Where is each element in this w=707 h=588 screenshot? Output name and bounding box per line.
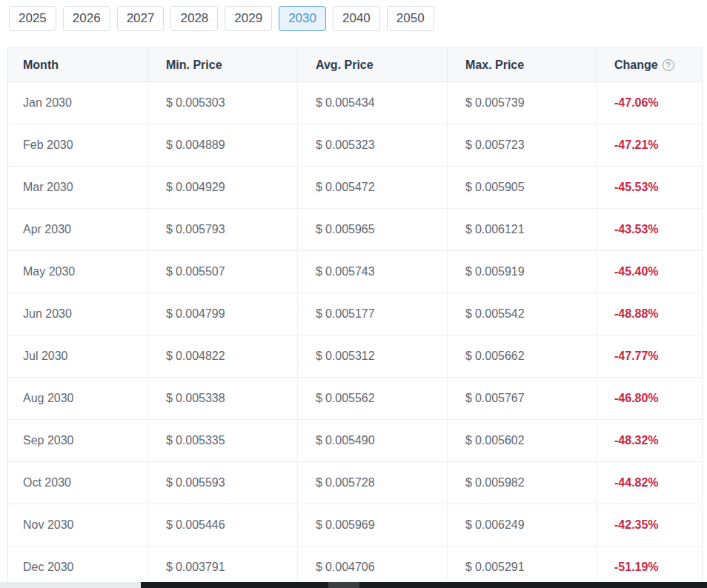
month-cell: Oct 2030 (8, 462, 147, 504)
currency-symbol: $ (166, 350, 173, 363)
currency-symbol: $ (316, 265, 322, 278)
header-max-price: Max. Price (447, 48, 596, 81)
month-cell: Apr 2030 (8, 209, 147, 250)
max-price-cell: $0.005739 (447, 82, 596, 124)
header-avg-price: Avg. Price (297, 48, 447, 81)
currency-symbol: $ (465, 434, 472, 447)
currency-symbol: $ (465, 392, 472, 405)
min-price-cell: $0.005335 (147, 420, 297, 461)
currency-symbol: $ (166, 223, 173, 236)
currency-symbol: $ (316, 518, 322, 532)
change-cell: -48.88% (596, 293, 702, 335)
min-price-cell: $0.005338 (147, 378, 297, 419)
bottom-strip (0, 582, 707, 588)
currency-symbol: $ (465, 561, 472, 574)
year-tabs: 20252026202720282029203020402050 (9, 6, 434, 31)
currency-symbol: $ (316, 476, 322, 490)
currency-symbol: $ (316, 138, 322, 152)
month-cell: Jul 2030 (8, 335, 147, 377)
table-row: Oct 2030 $0.005593 $0.005728 $0.005982 -… (8, 462, 702, 504)
min-price-cell: $0.005593 (147, 462, 297, 504)
min-price-cell: $0.005446 (147, 504, 297, 546)
currency-symbol: $ (316, 434, 322, 447)
currency-symbol: $ (465, 476, 472, 490)
max-price-cell: $0.005905 (447, 167, 596, 208)
avg-price-cell: $0.005312 (297, 335, 447, 377)
avg-price-cell: $0.005434 (297, 82, 447, 124)
min-price-cell: $0.004822 (147, 335, 297, 377)
change-cell: -46.80% (596, 378, 702, 419)
change-cell: -48.32% (596, 420, 702, 461)
table-row: Aug 2030 $0.005338 $0.005562 $0.005767 -… (8, 378, 702, 420)
change-cell: -47.21% (596, 124, 702, 166)
avg-price-cell: $0.005323 (297, 124, 447, 166)
currency-symbol: $ (465, 350, 472, 363)
max-price-cell: $0.005767 (447, 378, 596, 419)
table-row: May 2030 $0.005507 $0.005743 $0.005919 -… (8, 251, 702, 293)
table-row: Jan 2030 $0.005303 $0.005434 $0.005739 -… (8, 82, 702, 124)
month-cell: Aug 2030 (8, 378, 147, 419)
change-cell: -42.35% (596, 504, 702, 546)
year-tab-2030[interactable]: 2030 (279, 6, 326, 31)
avg-price-cell: $0.005562 (297, 378, 447, 419)
table-body: Jan 2030 $0.005303 $0.005434 $0.005739 -… (8, 82, 702, 588)
month-cell: Nov 2030 (8, 504, 147, 546)
table-row: Feb 2030 $0.004889 $0.005323 $0.005723 -… (8, 124, 702, 167)
avg-price-cell: $0.005969 (297, 504, 447, 546)
min-price-cell: $0.005793 (147, 209, 297, 250)
year-tab-2026[interactable]: 2026 (63, 6, 110, 31)
currency-symbol: $ (166, 138, 173, 152)
avg-price-cell: $0.005490 (297, 420, 447, 461)
month-cell: Jun 2030 (8, 293, 147, 335)
change-cell: -45.53% (596, 167, 702, 208)
avg-price-cell: $0.005472 (297, 167, 447, 208)
currency-symbol: $ (166, 434, 173, 447)
currency-symbol: $ (465, 265, 472, 278)
currency-symbol: $ (316, 96, 322, 110)
year-tab-2028[interactable]: 2028 (170, 6, 218, 31)
change-cell: -47.77% (596, 335, 702, 377)
currency-symbol: $ (166, 181, 173, 194)
month-cell: Jan 2030 (8, 82, 147, 124)
table-row: Jun 2030 $0.004799 $0.005177 $0.005542 -… (8, 293, 702, 335)
change-cell: -45.40% (596, 251, 702, 293)
change-cell: -43.53% (596, 209, 702, 250)
change-cell: -44.82% (596, 462, 702, 504)
avg-price-cell: $0.005743 (297, 251, 447, 293)
currency-symbol: $ (316, 350, 322, 363)
help-question-icon[interactable]: ? (663, 59, 674, 71)
year-tab-2027[interactable]: 2027 (117, 6, 165, 31)
table-row: Sep 2030 $0.005335 $0.005490 $0.005602 -… (8, 420, 702, 462)
max-price-cell: $0.005982 (447, 462, 596, 504)
max-price-cell: $0.005662 (447, 335, 596, 377)
avg-price-cell: $0.005728 (297, 462, 447, 504)
header-month: Month (8, 48, 147, 81)
currency-symbol: $ (166, 265, 173, 278)
table-row: Jul 2030 $0.004822 $0.005312 $0.005662 -… (8, 335, 702, 378)
avg-price-cell: $0.005177 (297, 293, 447, 335)
table-row: Nov 2030 $0.005446 $0.005969 $0.006249 -… (8, 504, 702, 547)
currency-symbol: $ (316, 223, 322, 236)
header-min-price: Min. Price (147, 48, 297, 81)
year-tab-2025[interactable]: 2025 (9, 6, 56, 31)
min-price-cell: $0.005507 (147, 251, 297, 293)
month-cell: Sep 2030 (8, 420, 147, 461)
currency-symbol: $ (465, 518, 472, 532)
table-row: Mar 2030 $0.004929 $0.005472 $0.005905 -… (8, 167, 702, 209)
horizontal-scrollbar[interactable] (141, 582, 707, 588)
currency-symbol: $ (316, 392, 322, 405)
max-price-cell: $0.005602 (447, 420, 596, 461)
currency-symbol: $ (465, 307, 472, 321)
price-prediction-table: Month Min. Price Avg. Price Max. Price C… (7, 47, 703, 588)
scrollbar-thumb[interactable] (328, 582, 359, 588)
currency-symbol: $ (166, 307, 173, 321)
year-tab-2040[interactable]: 2040 (333, 6, 380, 31)
max-price-cell: $0.005919 (447, 251, 596, 293)
change-cell: -47.06% (596, 82, 702, 124)
month-cell: Mar 2030 (8, 167, 147, 208)
currency-symbol: $ (166, 392, 173, 405)
month-cell: Feb 2030 (8, 124, 147, 166)
month-cell: May 2030 (8, 251, 147, 293)
year-tab-2029[interactable]: 2029 (225, 6, 272, 31)
year-tab-2050[interactable]: 2050 (387, 6, 434, 31)
